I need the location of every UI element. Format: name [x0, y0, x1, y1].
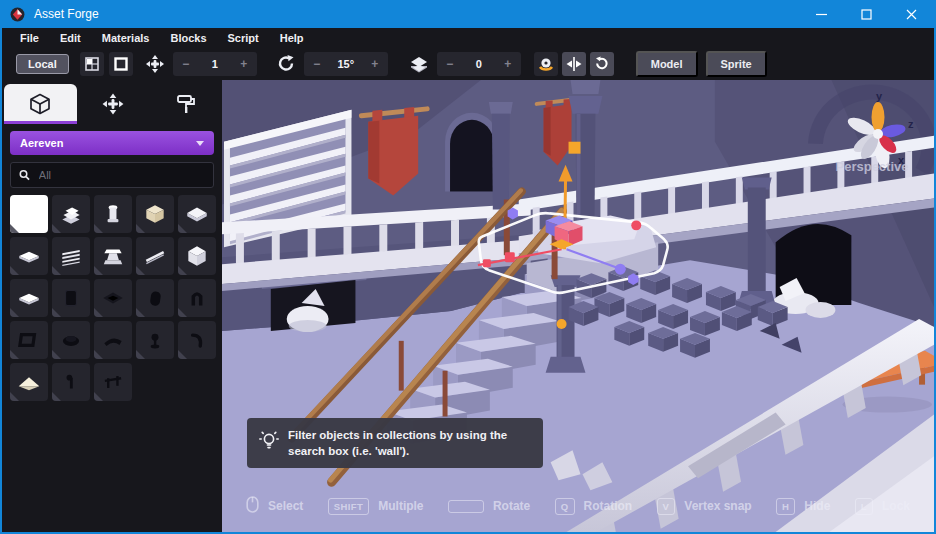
block-tile-rail-thin[interactable] [136, 237, 174, 275]
rotate-object-button[interactable] [590, 52, 614, 76]
move-plus-button[interactable]: + [231, 57, 257, 71]
search-box[interactable] [10, 162, 214, 188]
local-global-toggle[interactable]: Local [16, 54, 69, 74]
block-tile-plate[interactable] [10, 237, 48, 275]
tab-blocks[interactable] [4, 84, 77, 124]
flip-button[interactable] [562, 52, 586, 76]
menu-script[interactable]: Script [224, 32, 263, 44]
block-tile-wedge-dark[interactable] [94, 321, 132, 359]
block-tile-column[interactable] [94, 195, 132, 233]
titlebar[interactable]: Asset Forge [2, 0, 934, 28]
viewport[interactable]: y z x Perspective Filter objects in coll… [222, 80, 934, 532]
layer-step-value: 0 [463, 58, 495, 70]
block-grid [10, 195, 214, 401]
rotate-cw-icon [594, 56, 609, 71]
menu-edit[interactable]: Edit [56, 32, 85, 44]
menu-file[interactable]: File [16, 32, 43, 44]
model-mode-button[interactable]: Model [636, 51, 698, 77]
layer-step-icon [409, 54, 429, 74]
rotate-minus-button[interactable]: − [304, 57, 330, 71]
flip-icon [566, 57, 582, 71]
axis-y-cone[interactable] [872, 102, 885, 132]
search-input[interactable] [37, 168, 205, 182]
orientation-gizmo[interactable]: y z x [836, 90, 920, 170]
block-tile-fence-dark[interactable] [94, 363, 132, 401]
chevron-down-icon [196, 141, 204, 146]
block-tile-pit-dark[interactable] [94, 279, 132, 317]
grid-small-button[interactable] [80, 52, 104, 76]
block-tile-cube[interactable] [178, 237, 216, 275]
block-tile-pedestal[interactable] [94, 237, 132, 275]
move-step-icon [145, 54, 165, 74]
block-tile-shutters[interactable] [52, 237, 90, 275]
move-icon [102, 93, 124, 115]
rotate-step-value: 15° [330, 58, 362, 70]
snap-to-ground-button[interactable] [534, 52, 558, 76]
block-tile-disc-dark[interactable] [52, 321, 90, 359]
cube-icon [28, 92, 52, 116]
gizmo-y-handle[interactable] [569, 142, 581, 154]
sprite-mode-button[interactable]: Sprite [706, 51, 767, 77]
tab-transform[interactable] [77, 84, 150, 124]
menu-blocks[interactable]: Blocks [166, 32, 210, 44]
layer-minus-button[interactable]: − [437, 57, 463, 71]
snap-to-ground-icon [538, 56, 554, 72]
block-tile-hook-dark[interactable] [178, 321, 216, 359]
block-tile-slope-plate[interactable] [178, 195, 216, 233]
sidebar: Aereven [2, 80, 222, 532]
paint-roller-icon [175, 93, 197, 115]
lightbulb-icon [259, 430, 279, 452]
block-tile-panel-dark[interactable] [52, 279, 90, 317]
grid-large-icon [114, 57, 128, 71]
block-tile-post-dark[interactable] [52, 363, 90, 401]
rotate-step-icon [277, 54, 296, 73]
block-tile-arch-dark[interactable] [178, 279, 216, 317]
close-button[interactable] [889, 0, 934, 28]
maximize-button[interactable] [844, 0, 889, 28]
search-icon [19, 169, 30, 181]
axis-z-label: z [908, 118, 914, 130]
move-minus-button[interactable]: − [173, 57, 199, 71]
collection-dropdown[interactable]: Aereven [10, 131, 214, 155]
window-title: Asset Forge [34, 7, 99, 21]
menu-materials[interactable]: Materials [98, 32, 154, 44]
block-tile-lamp-dark[interactable] [136, 321, 174, 359]
block-tile-frame-dark[interactable] [10, 321, 48, 359]
layer-plus-button[interactable]: + [495, 57, 521, 71]
rotate-plus-button[interactable]: + [362, 57, 388, 71]
layer-stepper: − 0 + [437, 52, 521, 76]
move-step-value: 1 [199, 58, 231, 70]
block-tile-cube-large[interactable] [136, 195, 174, 233]
tab-materials[interactable] [149, 84, 222, 124]
sidebar-tabs [2, 80, 222, 124]
block-tile-slab-dark[interactable] [136, 279, 174, 317]
asset-forge-window: Asset Forge FileEditMaterialsBlocksScrip… [0, 0, 936, 534]
app-logo-icon [10, 7, 25, 22]
hint-text: Filter objects in collections by using t… [288, 429, 507, 457]
collection-name: Aereven [20, 137, 63, 149]
menubar: FileEditMaterialsBlocksScriptHelp [2, 28, 934, 47]
minimize-button[interactable] [799, 0, 844, 28]
block-tile-plate-2[interactable] [10, 279, 48, 317]
axis-y-label: y [876, 90, 883, 102]
toolbar: Local − 1 + − 15° + − 0 + [2, 47, 934, 80]
hint-tooltip: Filter objects in collections by using t… [247, 418, 543, 468]
menu-help[interactable]: Help [276, 32, 308, 44]
move-stepper: − 1 + [173, 52, 257, 76]
block-tile-block-white[interactable] [10, 195, 48, 233]
block-tile-roof-cone[interactable] [10, 363, 48, 401]
grid-small-icon [85, 57, 99, 71]
grid-large-button[interactable] [109, 52, 133, 76]
axis-x-label: x [898, 154, 905, 166]
rotate-stepper: − 15° + [304, 52, 388, 76]
block-tile-stairs[interactable] [52, 195, 90, 233]
